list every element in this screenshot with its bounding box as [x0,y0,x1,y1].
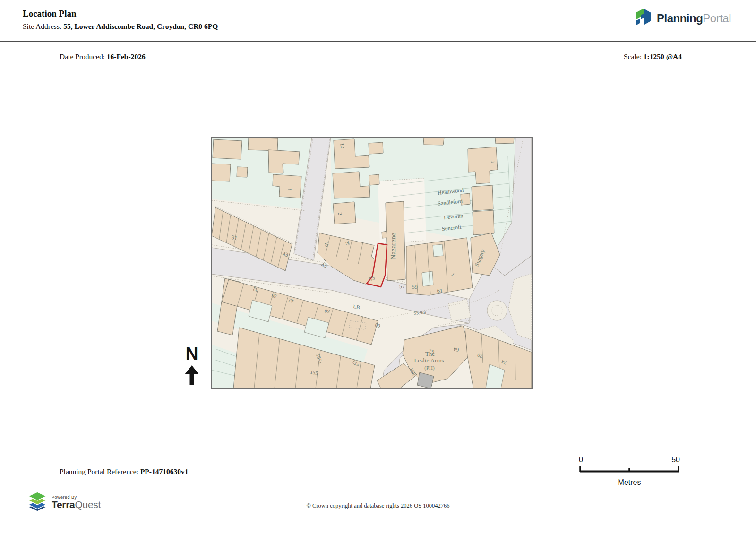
map-label-leslie-arms: Leslie Arms [414,357,444,364]
planning-portal-reference: Planning Portal Reference: PP-14710630v1 [60,467,189,476]
planning-portal-logo: PlanningPortal [632,7,731,30]
os-map: 121231431b2f4555HeathwoodSandlefordDevor… [212,138,532,388]
map-scale: Scale: 1:1250 @A4 [624,52,682,61]
map-label-lb: LB [353,303,361,310]
north-label: N [181,345,203,362]
map-label-nazarene: Nazarene [389,233,397,259]
north-arrow: N [181,345,203,388]
map-label-12: 12 [339,143,346,149]
site-address: Site Address: 55, Lower Addiscombe Road,… [23,22,218,31]
scale-bar-unit: Metres [579,478,680,487]
map-label-1: 1 [287,188,292,191]
site-address-value: 55, Lower Addiscombe Road, Croydon, CR0 … [63,22,218,30]
crown-copyright: © Crown copyright and database rights 20… [0,502,756,509]
planning-portal-logo-icon [632,7,653,30]
map-label-57: 57 [399,283,405,290]
map-label-55-9m: 55.9m [413,310,426,315]
date-produced: Date Produced: 16-Feb-2026 [60,52,146,61]
map-label-1: 1 [490,161,496,164]
map-label--ph-: (PH) [424,365,435,371]
map-label-64: 64 [453,346,459,353]
scale-bar-start: 0 [579,456,583,464]
location-plan-map: 121231431b2f4555HeathwoodSandlefordDevor… [211,137,533,389]
map-label-61: 61 [437,287,443,294]
header-divider [0,41,756,42]
map-label-59: 59 [412,284,418,291]
scale-bar-icon [579,464,680,474]
map-label-the: The [425,350,435,357]
scale-bar: 0 50 Metres [579,456,680,487]
planning-portal-logo-text: PlanningPortal [657,12,731,25]
north-arrow-icon [183,364,200,386]
scale-bar-end: 50 [671,456,680,464]
page-title: Location Plan [23,9,76,19]
site-address-label: Site Address: [23,22,61,30]
